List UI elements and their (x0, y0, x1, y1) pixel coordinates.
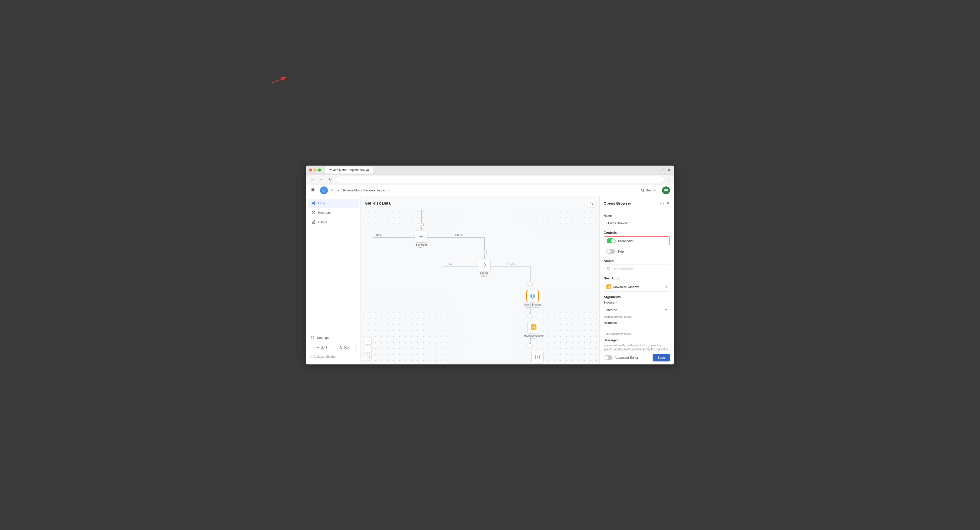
minimize-window-icon[interactable]: – (658, 167, 660, 172)
panel-close-icon[interactable]: ✕ (666, 201, 670, 206)
panel-title: Opens Browser (604, 201, 658, 205)
sidebar-item-usage[interactable]: Usage (307, 218, 359, 226)
globe-icon (530, 293, 536, 299)
panel-options-icon[interactable]: ⋯ (658, 200, 666, 206)
next-action-value: Maximise window (613, 285, 639, 289)
ibais-true-label: TRUE (445, 263, 452, 265)
breadcrumb-flows[interactable]: Flows (331, 188, 339, 192)
new-tab-button[interactable]: + (374, 167, 380, 173)
theme-dark-btn[interactable]: Dark (333, 344, 356, 351)
breadcrumb-current[interactable]: Private Motor Requote flow yo (343, 188, 387, 192)
browser-tab[interactable]: Private Motor Requote flow yo (325, 167, 373, 173)
theme-toggle: Light Dark (310, 344, 356, 351)
flow-node-navigate[interactable]: Navigate through login page Open URL (522, 351, 553, 364)
flow-node-if-winbeat[interactable]: If Winbeat If/Else (415, 230, 427, 249)
collapse-sidebar-btn[interactable]: « Collapse Sidebar (308, 353, 358, 360)
svg-point-11 (314, 204, 315, 205)
zoom-in-button[interactable]: + (365, 337, 372, 345)
controls-section-label: Controls (604, 231, 670, 234)
refresh-button[interactable]: ↻ (327, 176, 334, 183)
back-button[interactable]: ← (309, 176, 316, 183)
skip-toggle[interactable] (606, 249, 615, 254)
browser-select[interactable]: chrome (604, 306, 670, 314)
breakpoint-toggle[interactable] (606, 239, 616, 244)
add-node-mid[interactable]: + (528, 314, 533, 318)
next-action-select[interactable]: Py Maximise window ▾ (604, 282, 670, 291)
restore-window-icon[interactable]: □ (663, 167, 665, 172)
svg-point-18 (312, 337, 313, 338)
flow-icon (312, 201, 315, 205)
sidebar-item-flow[interactable]: Flow (307, 199, 359, 208)
svg-rect-31 (536, 355, 539, 359)
name-field-group: Name (604, 214, 670, 227)
user-agent-field-group: User Agent Header to identify the the ap… (604, 339, 670, 350)
add-node-top[interactable]: + (418, 223, 424, 228)
headless-field-label: Headless (604, 321, 670, 325)
flow-node-opens-browser[interactable]: Opens Browser Open Browser (524, 290, 541, 309)
svg-point-19 (317, 347, 319, 348)
apps-grid-icon[interactable] (310, 187, 317, 194)
svg-line-25 (592, 204, 593, 205)
true-label: TRUE (375, 234, 382, 237)
sidebar-bottom: Settings Light (306, 331, 361, 363)
fit-screen-button[interactable] (365, 353, 372, 360)
flow-node-if-ibais[interactable]: If IBAIS If/Else (478, 259, 490, 277)
maximize-btn[interactable] (318, 169, 321, 172)
canvas-header: Get Risk Data (361, 196, 600, 210)
url-bar[interactable] (336, 176, 665, 183)
advanced-editor-label: Advanced Editor (614, 356, 638, 360)
next-action-label: Next Action (604, 277, 670, 280)
add-node-above-opens[interactable]: + (528, 281, 533, 286)
add-node-right[interactable]: + (482, 250, 487, 255)
action-section-label: Action (604, 259, 670, 263)
moon-icon (340, 346, 342, 349)
sun-icon (317, 346, 320, 349)
tab-bar: Private Motor Requote flow yo + (325, 167, 656, 173)
false-vert-line (484, 237, 485, 262)
save-button[interactable]: Save (652, 354, 670, 361)
svg-line-13 (313, 203, 314, 204)
navigate-label: Navigate through login page (522, 364, 553, 364)
browser-field-hint: Internet browser to use (604, 315, 670, 319)
action-value: Open Browser (612, 267, 633, 271)
browser-menu-right: – □ ✕ (658, 167, 671, 173)
zoom-out-button[interactable]: − (365, 345, 372, 352)
search-button[interactable]: Search (638, 187, 659, 194)
sidebar-item-releases[interactable]: Releases (307, 208, 359, 217)
svg-point-10 (314, 202, 315, 203)
canvas-search-button[interactable] (587, 199, 595, 207)
minimize-btn[interactable] (313, 169, 317, 172)
action-section: Action Open Browser (604, 259, 670, 273)
python-icon: Py (531, 325, 536, 330)
add-node-lower[interactable]: + (528, 343, 533, 348)
maximise-label: Maximise window (524, 334, 543, 337)
controls-section: Controls Breakpoint (604, 231, 670, 255)
svg-point-9 (312, 203, 313, 204)
ifelse-icon (418, 234, 424, 239)
close-window-icon[interactable]: ✕ (667, 167, 671, 173)
skip-control-row: Skip (604, 247, 670, 255)
forward-button[interactable]: → (318, 176, 325, 183)
settings-item[interactable]: Settings (308, 333, 358, 342)
advanced-editor-toggle[interactable] (604, 355, 612, 360)
true-line (373, 237, 415, 238)
svg-line-8 (643, 191, 644, 192)
if-winbeat-sublabel: If/Else (418, 246, 424, 249)
window-controls (309, 169, 321, 172)
avatar[interactable]: BB (662, 186, 670, 194)
user-agent-field-hint: Header to identify the the application, … (604, 344, 670, 350)
tab-title: Private Motor Requote flow yo (329, 168, 369, 172)
ibais-false-line (490, 266, 530, 266)
settings-icon (310, 336, 315, 340)
flow-node-maximise[interactable]: Py Maximise window Python (524, 321, 543, 340)
canvas-title: Get Risk Data (365, 201, 391, 205)
theme-light-btn[interactable]: Light (310, 344, 333, 351)
search-label: Search (646, 188, 656, 192)
breadcrumb-dropdown-icon[interactable]: ▾ (388, 188, 390, 192)
name-field-input[interactable] (604, 219, 670, 227)
globe-small-icon (606, 267, 610, 271)
svg-point-6 (323, 190, 325, 191)
sidebar-usage-label: Usage (318, 220, 328, 224)
close-btn[interactable] (309, 169, 312, 172)
browser-options-icon[interactable]: ⋮ (667, 177, 671, 182)
